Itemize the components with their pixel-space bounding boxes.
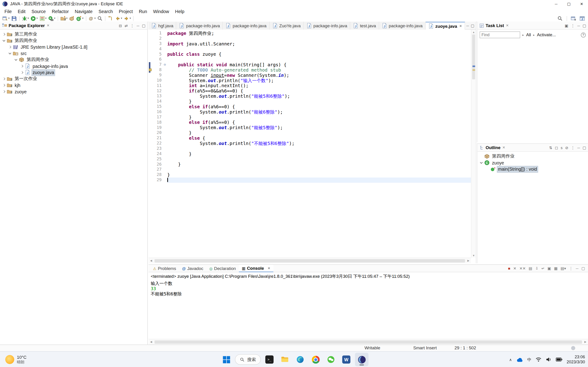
line-number[interactable]: 27: [152, 167, 162, 172]
new-class-button[interactable]: C▾: [75, 15, 84, 22]
notification-icon[interactable]: [571, 346, 575, 350]
minimize-editor-icon[interactable]: ─: [466, 23, 469, 27]
code-line[interactable]: 5public class zuoye {: [149, 52, 471, 57]
outline-item[interactable]: Smain(String[]) : void: [477, 166, 588, 172]
menu-search[interactable]: Search: [95, 8, 116, 15]
view-menu-icon[interactable]: ⋮: [571, 23, 575, 27]
debug-button[interactable]: ▾: [21, 15, 30, 22]
back-button[interactable]: ▾: [114, 15, 123, 22]
code-line[interactable]: 26 }: [149, 162, 471, 167]
outline-item[interactable]: 第四周作业: [477, 153, 588, 160]
start-button[interactable]: [220, 353, 233, 366]
minimize-view-icon[interactable]: ─: [137, 23, 139, 27]
line-number[interactable]: 12: [152, 88, 162, 94]
line-number[interactable]: 28: [152, 172, 162, 177]
taskbar-search[interactable]: 搜索: [235, 354, 261, 365]
open-console-icon[interactable]: ▤▾: [561, 266, 566, 270]
maximize-editor-icon[interactable]: ▢: [471, 23, 474, 27]
link-with-editor-icon[interactable]: ⇄: [124, 23, 128, 27]
package-explorer-item[interactable]: J第一次作业: [0, 76, 147, 82]
minimize-view-icon[interactable]: ─: [577, 23, 580, 27]
overview-occurrence-mark[interactable]: [473, 66, 475, 67]
menu-navigate[interactable]: Navigate: [72, 8, 95, 15]
bottom-tab-console[interactable]: ▥Console✕: [239, 265, 273, 272]
code-line[interactable]: 14 }: [149, 99, 471, 104]
new-wizard-button[interactable]: ▾: [2, 15, 10, 22]
remove-all-icon[interactable]: ✕✕: [519, 266, 526, 270]
scrollbar-thumb[interactable]: [155, 340, 582, 344]
taskbar-clock[interactable]: 23:06 2023/3/30: [567, 354, 585, 365]
scroll-right-icon[interactable]: ▶: [466, 259, 471, 262]
scroll-left-icon[interactable]: ◀: [149, 259, 154, 262]
hide-static-icon[interactable]: ѕ: [561, 145, 562, 150]
open-perspective-button[interactable]: [570, 15, 577, 22]
line-number[interactable]: 24: [152, 151, 162, 157]
save-button[interactable]: [10, 15, 17, 22]
line-number[interactable]: 19: [152, 125, 162, 130]
code-line[interactable]: 23: [149, 146, 471, 151]
package-explorer-item[interactable]: J第三周作业: [0, 31, 147, 38]
find-input[interactable]: [480, 31, 520, 38]
maximize-button[interactable]: ▢: [562, 0, 575, 8]
min-view-icon[interactable]: ─: [576, 266, 579, 270]
console-horizontal-scrollbar[interactable]: ◀ ▶: [149, 339, 588, 344]
editor-horizontal-scrollbar[interactable]: ◀ ▶: [149, 258, 471, 263]
tree-collapsed-arrow-icon[interactable]: [2, 83, 6, 87]
bottom-tab-javadoc[interactable]: @Javadoc: [179, 265, 207, 272]
code-line[interactable]: 12 if(a%5==0&&a%6==0) {: [149, 88, 471, 94]
line-number[interactable]: 26: [152, 162, 162, 167]
line-number[interactable]: 29: [152, 177, 162, 183]
wifi-icon[interactable]: [536, 357, 542, 362]
terminate-icon[interactable]: ■: [508, 266, 510, 270]
run-button[interactable]: ▾: [30, 15, 38, 22]
bottom-tab-problems[interactable]: ⚠Problems: [150, 265, 179, 272]
tree-collapsed-arrow-icon[interactable]: [8, 45, 12, 49]
new-task-icon[interactable]: ▣: [565, 23, 568, 27]
console-output[interactable]: 输入一个数33不能被5和6整除: [149, 280, 588, 297]
line-number[interactable]: 16: [152, 109, 162, 115]
close-tab-icon[interactable]: ✕: [459, 24, 462, 28]
tree-expanded-arrow-icon[interactable]: [480, 161, 483, 165]
fold-marker-icon[interactable]: ⊖: [162, 62, 167, 67]
new-java-project-button[interactable]: J▾: [60, 15, 68, 22]
menu-edit[interactable]: Edit: [15, 8, 28, 15]
code-line[interactable]: 22 System.out.println("不能被5和6整除");: [149, 141, 471, 146]
wrap-icon[interactable]: ↵: [541, 266, 545, 270]
line-number[interactable]: 8: [152, 67, 162, 73]
line-number[interactable]: 1: [152, 31, 162, 36]
package-explorer-item[interactable]: JRE System Library [JavaSE-1.8]: [0, 44, 147, 50]
code-line[interactable]: 6: [149, 57, 471, 62]
chrome-taskbar-button[interactable]: [309, 353, 322, 366]
code-line[interactable]: 11 int a=input.nextInt();: [149, 83, 471, 88]
editor-vertical-scrollbar[interactable]: ▲ ▼: [471, 30, 476, 258]
search-toolbar-button[interactable]: [556, 15, 564, 22]
package-explorer-item[interactable]: 第四周作业: [0, 57, 147, 63]
edge-taskbar-button[interactable]: [294, 353, 307, 366]
scroll-right-icon[interactable]: ▶: [583, 340, 588, 343]
line-number[interactable]: 11: [152, 83, 162, 88]
search-toolbar-button[interactable]: [96, 15, 104, 22]
line-number[interactable]: 13: [152, 94, 162, 99]
scope-all-link[interactable]: All: [526, 33, 531, 37]
code-line[interactable]: 15 else if(a%6==0) {: [149, 104, 471, 109]
tree-collapsed-arrow-icon[interactable]: [2, 32, 6, 36]
line-number[interactable]: 25: [152, 156, 162, 162]
code-line[interactable]: 9 Scanner input=new Scanner(System.in);: [149, 73, 471, 78]
package-explorer-item[interactable]: J第四周作业: [0, 37, 147, 44]
clear-icon[interactable]: ▤: [529, 266, 532, 270]
menu-help[interactable]: Help: [172, 8, 187, 15]
menu-source[interactable]: Source: [28, 8, 49, 15]
new-annotation-button[interactable]: @▾: [87, 15, 96, 22]
minimize-view-icon[interactable]: ─: [577, 145, 580, 150]
line-number[interactable]: 4: [152, 46, 162, 52]
line-number[interactable]: 10: [152, 78, 162, 83]
view-menu-icon[interactable]: ⋮: [569, 266, 573, 270]
tree-expanded-arrow-icon[interactable]: [14, 58, 18, 61]
line-number[interactable]: 6: [152, 57, 162, 62]
collapse-all-icon[interactable]: ⊟: [119, 23, 122, 27]
package-explorer-item[interactable]: Jkjh: [0, 82, 147, 89]
editor-tab[interactable]: Jpackage-info.java: [176, 22, 223, 30]
editor-tab[interactable]: Jhgf.java: [149, 22, 176, 30]
code-line[interactable]: 1package 第四周作业;: [149, 31, 471, 36]
line-number[interactable]: 2: [152, 36, 162, 41]
